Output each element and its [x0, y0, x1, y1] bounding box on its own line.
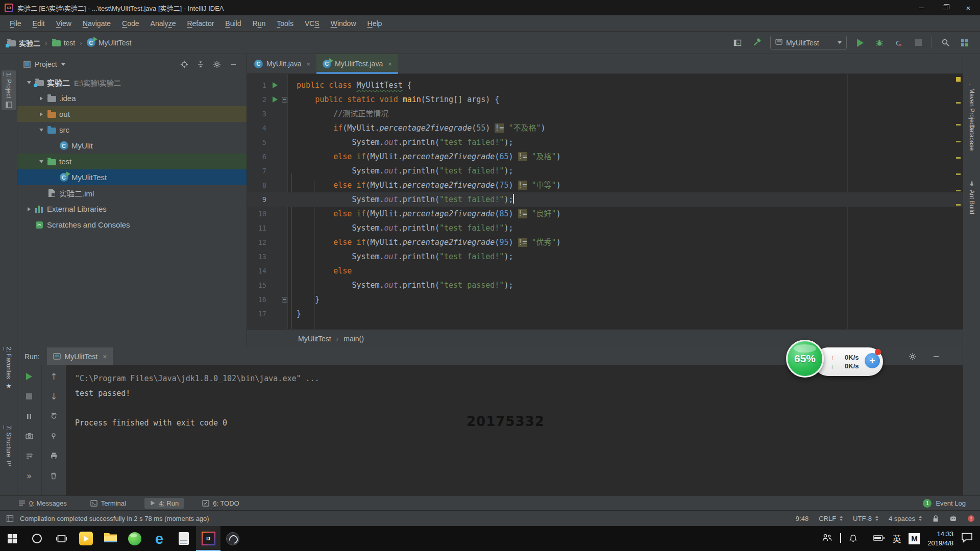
code-line-10[interactable]: 10 else if(MyUlit.percentage2fivegrade(8… [247, 207, 963, 221]
warning-stripe-mark[interactable] [956, 173, 961, 175]
inspection-status-icon[interactable] [956, 77, 961, 82]
menu-vcs[interactable]: VCS [299, 15, 325, 32]
memory-usage-ball[interactable]: 65% [786, 340, 824, 378]
code-line-15[interactable]: 15 System.out.println("test passed!"); [247, 278, 963, 292]
build-hammer-button[interactable] [751, 37, 763, 49]
run-toolbar-softwrap-button[interactable] [23, 450, 35, 462]
code-line-14[interactable]: 14 else [247, 264, 963, 278]
input-language-indicator[interactable]: 英 [892, 532, 901, 545]
menu-help[interactable]: Help [362, 15, 388, 32]
taskbar-clock[interactable]: 14:332019/4/8 [927, 530, 953, 547]
tree-open-arrow-icon[interactable] [37, 129, 46, 132]
debug-button[interactable] [873, 37, 886, 49]
stripe-tab-ant-build[interactable]: Ant Build [965, 179, 979, 216]
run-gutter-icon[interactable] [273, 96, 278, 103]
tree-open-arrow-icon[interactable] [24, 81, 34, 84]
run-settings-button[interactable] [906, 350, 919, 363]
run-toolbar-play-button[interactable] [23, 370, 35, 382]
security-float-widget[interactable]: ↑0K/s↓0K/s 65% + [786, 339, 888, 381]
taskbar-app-obs[interactable] [220, 526, 245, 551]
widget-add-button[interactable]: + [865, 353, 880, 368]
menu-edit[interactable]: Edit [27, 15, 51, 32]
stop-button[interactable] [912, 37, 924, 49]
code-line-12[interactable]: 12 else if(MyUlit.percentage2fivegrade(9… [247, 235, 963, 249]
breadcrumb-item-test[interactable]: test [52, 39, 76, 47]
run-toolbar-more-button[interactable]: » [23, 470, 35, 482]
taskbar-app-notepad[interactable] [172, 526, 196, 551]
hide-run-panel-button[interactable] [930, 350, 942, 363]
error-stripe[interactable] [955, 74, 962, 329]
close-icon[interactable]: × [103, 353, 107, 361]
caret-position[interactable]: 9:48 [796, 515, 808, 522]
action-center-button[interactable] [961, 532, 973, 545]
breadcrumb-item-实验二[interactable]: 实验二 [7, 38, 40, 48]
start-button[interactable] [0, 526, 24, 551]
search-everywhere-button[interactable] [939, 37, 951, 49]
code-line-4[interactable]: 4 if(MyUlit.percentage2fivegrade(55) != … [247, 121, 963, 135]
status-message[interactable]: Compilation completed successfully in 2 … [20, 515, 209, 522]
taskbar-app-idea[interactable]: IJ [196, 526, 220, 551]
minimize-button[interactable] [910, 0, 933, 15]
close-icon[interactable]: × [388, 60, 392, 68]
run-toolbar-stop-button[interactable] [23, 390, 35, 402]
close-icon[interactable]: × [306, 60, 310, 68]
tree-row-实验二[interactable]: 实验二E:\实验\实验二 [17, 74, 247, 90]
run-toolbar-camera-button[interactable] [23, 430, 35, 442]
menu-run[interactable]: Run [247, 15, 272, 32]
taskbar-app-edge[interactable]: e [147, 526, 172, 551]
code-line-17[interactable]: 17} [247, 307, 963, 321]
project-structure-button[interactable] [959, 37, 971, 49]
run-line-marker[interactable] [271, 92, 281, 107]
code-editor[interactable]: 1public class MyUlitTest {2 public stati… [247, 74, 963, 329]
taskbar-app-explorer[interactable] [98, 526, 122, 551]
hector-inspections-icon[interactable] [949, 515, 957, 522]
warning-stripe-mark[interactable] [956, 141, 961, 142]
warning-stripe-mark[interactable] [956, 190, 961, 191]
tree-row-test[interactable]: test [17, 154, 247, 169]
toolwindow-button-6-todo[interactable]: 6: TODO [197, 498, 244, 509]
menu-file[interactable]: File [4, 15, 27, 32]
restore-button[interactable] [933, 0, 957, 15]
breadcrumb-item-myulittest[interactable]: CMyUlitTest [87, 38, 132, 47]
stripe-tab-1-project[interactable]: 1: Project [2, 70, 16, 110]
warning-stripe-mark[interactable] [956, 124, 961, 126]
project-panel-title[interactable]: Project [35, 60, 57, 68]
tray-bell-button[interactable] [849, 533, 857, 544]
event-log-button[interactable]: 1 Event Log [923, 499, 980, 508]
ime-mode-indicator[interactable]: M [909, 533, 920, 544]
warning-stripe-mark[interactable] [956, 157, 961, 159]
unlock-icon[interactable] [932, 515, 939, 522]
tree-row-scratches-and-consoles[interactable]: ✂Scratches and Consoles [17, 217, 247, 233]
toolwindow-button-terminal[interactable]: Terminal [85, 498, 131, 509]
run-toolbar-restore-button[interactable] [47, 410, 60, 422]
code-line-16[interactable]: 16 } [247, 292, 963, 307]
run-content-tab[interactable]: MyUlitTest × [47, 347, 113, 365]
code-line-11[interactable]: 11 System.out.println("test failed!"); [247, 221, 963, 235]
locate-file-button[interactable] [178, 58, 190, 70]
run-toolbar-pin-button[interactable] [47, 430, 60, 442]
code-line-9[interactable]: 9 System.out.println("test failed!"); [247, 192, 963, 207]
run-configuration-select[interactable]: MyUlitTest [770, 36, 847, 49]
breadcrumb-method[interactable]: main() [344, 335, 364, 343]
menu-build[interactable]: Build [219, 15, 247, 32]
tree-row-myulit[interactable]: CMyUlit [17, 138, 247, 154]
run-console[interactable]: "C:\Program Files\Java\jdk1.8.0_102\bin\… [67, 365, 963, 495]
fold-end-icon[interactable] [282, 297, 287, 303]
menu-code[interactable]: Code [116, 15, 144, 32]
menu-view[interactable]: View [51, 15, 77, 32]
code-line-7[interactable]: 7 System.out.println("test failed!"); [247, 164, 963, 178]
code-line-3[interactable]: 3 //测试正常情况 [247, 107, 963, 121]
tree-row-out[interactable]: out [17, 106, 247, 122]
editor-tab-myulittest-java[interactable]: CMyUlitTest.java× [316, 54, 398, 73]
code-line-5[interactable]: 5 System.out.println("test failed!"); [247, 135, 963, 149]
indent-select[interactable]: 4 spaces [889, 515, 922, 522]
error-notification-icon[interactable] [967, 515, 975, 522]
show-toolwindow-bars-button[interactable] [731, 37, 744, 49]
fold-start-icon[interactable] [282, 97, 287, 103]
tree-row-myulittest[interactable]: CMyUlitTest [17, 169, 247, 185]
run-toolbar-pause-button[interactable] [23, 410, 35, 422]
stripe-tab-2-favorites[interactable]: 2: Favorites★ [2, 345, 16, 392]
stripe-tab-database[interactable]: Database [965, 122, 979, 153]
breadcrumb-class[interactable]: MyUlitTest [298, 335, 331, 343]
tray-battery-button[interactable] [873, 534, 885, 543]
